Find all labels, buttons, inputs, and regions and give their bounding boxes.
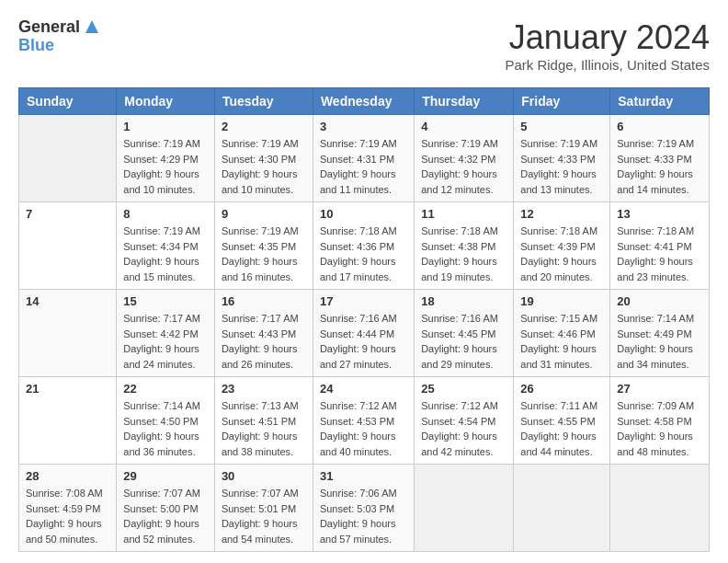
day-number: 31 — [320, 469, 407, 483]
day-info: Sunrise: 7:19 AMSunset: 4:32 PMDaylight:… — [421, 136, 506, 197]
day-number: 9 — [222, 207, 306, 221]
day-number: 25 — [421, 382, 506, 396]
calendar-cell: 18Sunrise: 7:16 AMSunset: 4:45 PMDayligh… — [415, 290, 514, 377]
logo: General Blue — [18, 18, 102, 55]
calendar-cell: 2Sunrise: 7:19 AMSunset: 4:30 PMDaylight… — [214, 115, 313, 202]
calendar-cell: 4Sunrise: 7:19 AMSunset: 4:32 PMDaylight… — [415, 115, 514, 202]
day-info: Sunrise: 7:09 AMSunset: 4:58 PMDaylight:… — [617, 398, 702, 459]
calendar-cell: 6Sunrise: 7:19 AMSunset: 4:33 PMDaylight… — [610, 115, 710, 202]
day-info: Sunrise: 7:16 AMSunset: 4:44 PMDaylight:… — [320, 311, 407, 372]
calendar-table: Sunday Monday Tuesday Wednesday Thursday… — [18, 87, 710, 552]
calendar-cell: 15Sunrise: 7:17 AMSunset: 4:42 PMDayligh… — [117, 290, 215, 377]
calendar-cell: 21 — [19, 377, 117, 465]
day-number: 18 — [421, 294, 506, 308]
calendar-cell: 27Sunrise: 7:09 AMSunset: 4:58 PMDayligh… — [610, 377, 710, 465]
day-number: 26 — [520, 382, 603, 396]
calendar-cell — [514, 465, 610, 552]
calendar-cell: 12Sunrise: 7:18 AMSunset: 4:39 PMDayligh… — [514, 202, 610, 290]
day-number: 11 — [421, 207, 506, 221]
calendar-cell: 31Sunrise: 7:06 AMSunset: 5:03 PMDayligh… — [313, 465, 414, 552]
calendar-cell: 24Sunrise: 7:12 AMSunset: 4:53 PMDayligh… — [313, 377, 414, 465]
calendar-cell: 11Sunrise: 7:18 AMSunset: 4:38 PMDayligh… — [415, 202, 514, 290]
day-info: Sunrise: 7:13 AMSunset: 4:51 PMDaylight:… — [222, 398, 306, 459]
calendar-cell: 10Sunrise: 7:18 AMSunset: 4:36 PMDayligh… — [313, 202, 414, 290]
calendar-week-4: 2122Sunrise: 7:14 AMSunset: 4:50 PMDayli… — [19, 377, 710, 465]
calendar-cell — [19, 115, 117, 202]
day-info: Sunrise: 7:19 AMSunset: 4:33 PMDaylight:… — [520, 136, 603, 197]
day-number: 3 — [320, 120, 407, 133]
day-number: 23 — [222, 382, 306, 396]
day-info: Sunrise: 7:19 AMSunset: 4:31 PMDaylight:… — [320, 136, 407, 197]
day-info: Sunrise: 7:16 AMSunset: 4:45 PMDaylight:… — [421, 311, 506, 372]
day-number: 13 — [617, 207, 702, 221]
page-header: General Blue January 2024 Park Ridge, Il… — [18, 18, 710, 73]
day-number: 4 — [421, 120, 506, 133]
day-info: Sunrise: 7:18 AMSunset: 4:39 PMDaylight:… — [520, 224, 603, 284]
calendar-cell: 9Sunrise: 7:19 AMSunset: 4:35 PMDaylight… — [214, 202, 313, 290]
calendar-week-3: 1415Sunrise: 7:17 AMSunset: 4:42 PMDayli… — [19, 290, 710, 377]
day-info: Sunrise: 7:19 AMSunset: 4:30 PMDaylight:… — [222, 136, 306, 197]
calendar-cell: 5Sunrise: 7:19 AMSunset: 4:33 PMDaylight… — [514, 115, 610, 202]
day-info: Sunrise: 7:17 AMSunset: 4:42 PMDaylight:… — [123, 311, 208, 372]
day-info: Sunrise: 7:19 AMSunset: 4:33 PMDaylight:… — [617, 136, 702, 197]
day-info: Sunrise: 7:06 AMSunset: 5:03 PMDaylight:… — [320, 486, 407, 546]
calendar-week-2: 78Sunrise: 7:19 AMSunset: 4:34 PMDayligh… — [19, 202, 710, 290]
col-friday: Friday — [514, 88, 610, 115]
day-number: 21 — [26, 382, 109, 396]
day-info: Sunrise: 7:07 AMSunset: 5:00 PMDaylight:… — [123, 486, 208, 546]
logo-blue: Blue — [18, 37, 102, 55]
day-info: Sunrise: 7:15 AMSunset: 4:46 PMDaylight:… — [520, 311, 603, 372]
calendar-cell: 3Sunrise: 7:19 AMSunset: 4:31 PMDaylight… — [313, 115, 414, 202]
day-number: 14 — [26, 294, 109, 308]
calendar-week-5: 28Sunrise: 7:08 AMSunset: 4:59 PMDayligh… — [19, 465, 710, 552]
day-number: 10 — [320, 207, 407, 221]
day-number: 15 — [123, 294, 208, 308]
calendar-cell: 29Sunrise: 7:07 AMSunset: 5:00 PMDayligh… — [117, 465, 215, 552]
svg-marker-0 — [85, 20, 98, 33]
day-number: 20 — [617, 294, 702, 308]
day-number: 1 — [123, 120, 208, 133]
month-title: January 2024 — [505, 18, 710, 57]
calendar-cell: 30Sunrise: 7:07 AMSunset: 5:01 PMDayligh… — [214, 465, 313, 552]
calendar-cell: 7 — [19, 202, 117, 290]
day-number: 22 — [123, 382, 208, 396]
col-sunday: Sunday — [19, 88, 117, 115]
calendar-cell: 13Sunrise: 7:18 AMSunset: 4:41 PMDayligh… — [610, 202, 710, 290]
day-number: 2 — [222, 120, 306, 133]
calendar-cell: 14 — [19, 290, 117, 377]
calendar-cell: 1Sunrise: 7:19 AMSunset: 4:29 PMDaylight… — [117, 115, 215, 202]
col-saturday: Saturday — [610, 88, 710, 115]
day-number: 24 — [320, 382, 407, 396]
calendar-week-1: 1Sunrise: 7:19 AMSunset: 4:29 PMDaylight… — [19, 115, 710, 202]
day-number: 12 — [520, 207, 603, 221]
day-number: 30 — [222, 469, 306, 483]
day-info: Sunrise: 7:17 AMSunset: 4:43 PMDaylight:… — [222, 311, 306, 372]
day-number: 6 — [617, 120, 702, 133]
day-number: 5 — [520, 120, 603, 133]
day-info: Sunrise: 7:14 AMSunset: 4:49 PMDaylight:… — [617, 311, 702, 372]
calendar-cell: 28Sunrise: 7:08 AMSunset: 4:59 PMDayligh… — [19, 465, 117, 552]
calendar-cell: 16Sunrise: 7:17 AMSunset: 4:43 PMDayligh… — [214, 290, 313, 377]
day-info: Sunrise: 7:14 AMSunset: 4:50 PMDaylight:… — [123, 398, 208, 459]
day-info: Sunrise: 7:11 AMSunset: 4:55 PMDaylight:… — [520, 398, 603, 459]
calendar-cell: 23Sunrise: 7:13 AMSunset: 4:51 PMDayligh… — [214, 377, 313, 465]
col-tuesday: Tuesday — [214, 88, 313, 115]
calendar-cell: 20Sunrise: 7:14 AMSunset: 4:49 PMDayligh… — [610, 290, 710, 377]
day-number: 7 — [26, 207, 109, 221]
day-info: Sunrise: 7:08 AMSunset: 4:59 PMDaylight:… — [26, 486, 109, 546]
day-info: Sunrise: 7:07 AMSunset: 5:01 PMDaylight:… — [222, 486, 306, 546]
day-info: Sunrise: 7:12 AMSunset: 4:54 PMDaylight:… — [421, 398, 506, 459]
day-info: Sunrise: 7:19 AMSunset: 4:34 PMDaylight:… — [123, 224, 208, 284]
logo-general: General — [18, 18, 80, 37]
calendar-cell — [415, 465, 514, 552]
day-info: Sunrise: 7:19 AMSunset: 4:35 PMDaylight:… — [222, 224, 306, 284]
location-subtitle: Park Ridge, Illinois, United States — [505, 57, 710, 73]
day-number: 17 — [320, 294, 407, 308]
col-wednesday: Wednesday — [313, 88, 414, 115]
day-number: 16 — [222, 294, 306, 308]
logo-icon — [82, 17, 102, 37]
day-info: Sunrise: 7:19 AMSunset: 4:29 PMDaylight:… — [123, 136, 208, 197]
calendar-header-row: Sunday Monday Tuesday Wednesday Thursday… — [19, 88, 710, 115]
title-block: January 2024 Park Ridge, Illinois, Unite… — [505, 18, 710, 73]
calendar-cell — [610, 465, 710, 552]
